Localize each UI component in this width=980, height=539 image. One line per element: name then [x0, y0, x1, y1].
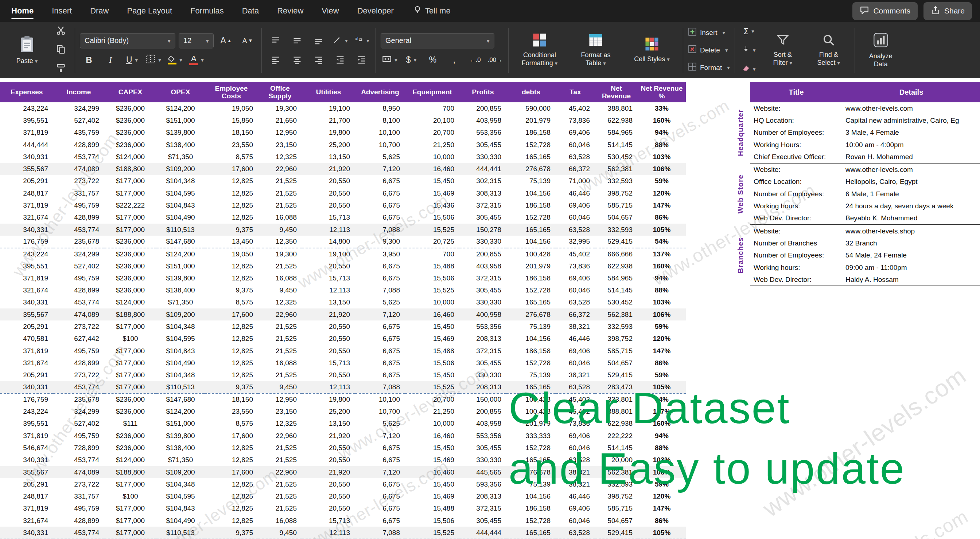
cell[interactable]: 395,551: [0, 260, 53, 272]
cell[interactable]: 160%: [638, 260, 686, 272]
cell[interactable]: 46,446: [555, 187, 595, 199]
cell[interactable]: 60,046: [555, 357, 595, 369]
cell[interactable]: $236,000: [104, 272, 156, 284]
cell[interactable]: 495,759: [53, 272, 104, 284]
column-header[interactable]: Utilities: [302, 82, 355, 102]
cell[interactable]: 94%: [638, 430, 686, 442]
cell[interactable]: 19,100: [302, 248, 355, 260]
cell[interactable]: 6,675: [355, 503, 405, 515]
cell[interactable]: 728,899: [53, 442, 104, 454]
cell[interactable]: 12,825: [205, 454, 258, 466]
cell[interactable]: $111: [104, 418, 156, 430]
cell[interactable]: $104,348: [156, 478, 205, 490]
cell[interactable]: 305,455: [460, 442, 506, 454]
cell[interactable]: $236,000: [104, 114, 156, 126]
cell[interactable]: 69,406: [555, 345, 595, 357]
cell[interactable]: 20,550: [302, 478, 355, 490]
cell[interactable]: 324,299: [53, 405, 104, 417]
menu-item-page-layout[interactable]: Page Layout: [127, 0, 172, 22]
cell[interactable]: 6,675: [355, 199, 405, 211]
cell[interactable]: 428,899: [53, 284, 104, 296]
panel-detail-cell[interactable]: www.other-levels.com: [843, 105, 980, 113]
conditional-formatting-button[interactable]: Conditional Formatting▾: [513, 31, 566, 69]
cell[interactable]: 12,825: [205, 175, 258, 187]
panel-title-cell[interactable]: Number of Employees:: [750, 251, 843, 259]
cell[interactable]: 7,120: [355, 163, 405, 175]
cell[interactable]: 6,675: [355, 369, 405, 381]
cell[interactable]: 20,700: [405, 127, 460, 139]
cell[interactable]: 63,528: [555, 454, 595, 466]
cell[interactable]: 562,381: [595, 163, 638, 175]
cell[interactable]: 398,752: [595, 333, 638, 345]
column-header[interactable]: Office Supply: [258, 82, 302, 102]
cell[interactable]: 71,000: [555, 175, 595, 187]
menu-item-review[interactable]: Review: [277, 0, 303, 22]
cell[interactable]: $124,000: [104, 454, 156, 466]
cell[interactable]: 273,722: [53, 369, 104, 381]
panel-detail-cell[interactable]: 09:00 am - 11:00pm: [843, 264, 980, 272]
cell[interactable]: $177,000: [104, 369, 156, 381]
cell[interactable]: 585,715: [595, 503, 638, 515]
merge-center-button[interactable]: ▾: [380, 53, 399, 67]
cell[interactable]: 25,200: [302, 405, 355, 417]
cell[interactable]: 330,330: [460, 151, 506, 163]
cell[interactable]: 593,356: [460, 478, 506, 490]
cell[interactable]: 15,436: [405, 199, 460, 211]
cell[interactable]: $177,000: [104, 503, 156, 515]
cell[interactable]: 17,600: [205, 430, 258, 442]
cell[interactable]: 12,325: [258, 418, 302, 430]
cell[interactable]: 21,525: [258, 369, 302, 381]
cell[interactable]: 104,156: [506, 491, 555, 503]
cell[interactable]: 330,330: [460, 236, 506, 248]
cell[interactable]: 584,965: [595, 127, 638, 139]
panel-detail-cell[interactable]: Haidy A. Hossam: [843, 276, 980, 284]
cell[interactable]: 20,550: [302, 442, 355, 454]
panel-title-cell[interactable]: Working hours:: [750, 202, 843, 210]
cell[interactable]: 15,506: [405, 272, 460, 284]
increase-decimal-button[interactable]: ←.0: [467, 53, 484, 67]
cell[interactable]: 88%: [638, 139, 686, 151]
cell[interactable]: 529,415: [595, 369, 638, 381]
cell[interactable]: 331,757: [53, 187, 104, 199]
cell[interactable]: $236,000: [104, 139, 156, 151]
cell[interactable]: 20,100: [405, 114, 460, 126]
cell[interactable]: 19,050: [205, 102, 258, 114]
cell[interactable]: 186,158: [506, 199, 555, 211]
cell[interactable]: 205,291: [0, 320, 53, 333]
cell[interactable]: 340,331: [0, 296, 53, 309]
cell[interactable]: $236,000: [104, 248, 156, 260]
cell[interactable]: $188,800: [104, 466, 156, 478]
cell[interactable]: 514,145: [595, 442, 638, 454]
cell[interactable]: $151,000: [156, 114, 205, 126]
cell[interactable]: $236,000: [104, 102, 156, 114]
cell[interactable]: 276,678: [506, 163, 555, 175]
cell[interactable]: $124,200: [156, 102, 205, 114]
cell[interactable]: $124,200: [156, 248, 205, 260]
cell[interactable]: 33%: [638, 102, 686, 114]
cell[interactable]: $177,000: [104, 515, 156, 526]
cell[interactable]: 12,825: [205, 357, 258, 369]
panel-detail-cell[interactable]: Heliopolis, Cairo, Egypt: [843, 178, 980, 186]
cell[interactable]: 69,406: [555, 272, 595, 284]
cell[interactable]: $104,595: [156, 491, 205, 503]
menu-item-view[interactable]: View: [321, 0, 339, 22]
cell[interactable]: 6,675: [355, 442, 405, 454]
cell[interactable]: 23,550: [205, 405, 258, 417]
panel-title-cell[interactable]: Web Dev. Director:: [750, 214, 843, 222]
cell[interactable]: 105%: [638, 224, 686, 236]
cell[interactable]: 7,120: [355, 309, 405, 320]
cell[interactable]: 45,402: [555, 393, 595, 405]
cell[interactable]: 20,550: [302, 175, 355, 187]
cell[interactable]: 45,402: [555, 102, 595, 114]
cell[interactable]: 16,088: [258, 515, 302, 526]
cell[interactable]: 6,675: [355, 491, 405, 503]
cell[interactable]: 94%: [638, 127, 686, 139]
cell[interactable]: 302,315: [460, 175, 506, 187]
cell[interactable]: 208,313: [460, 333, 506, 345]
cell[interactable]: 305,455: [460, 515, 506, 526]
cell[interactable]: 7,088: [355, 381, 405, 393]
cell[interactable]: 6,675: [355, 478, 405, 490]
cell[interactable]: 9,450: [258, 284, 302, 296]
cell[interactable]: 9,375: [205, 526, 258, 539]
comments-button[interactable]: Comments: [853, 2, 918, 20]
